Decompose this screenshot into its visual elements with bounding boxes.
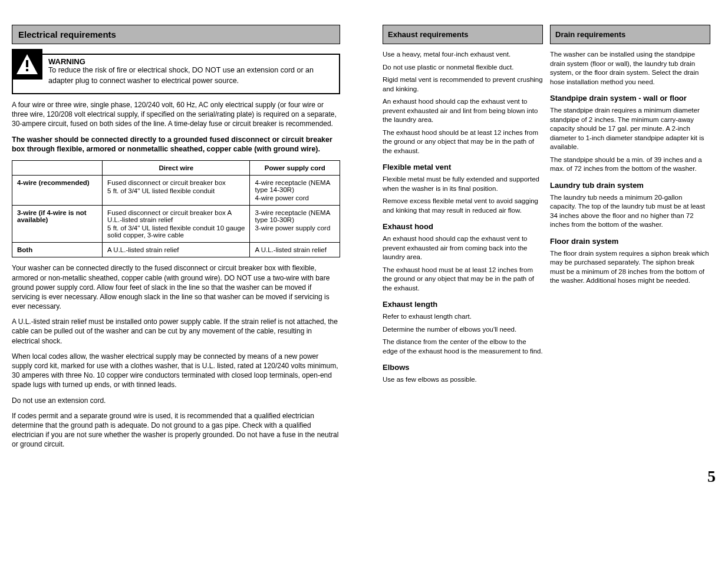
section-heading-electrical: Electrical requirements [12,25,340,44]
section-heading-drain: Drain requirements [550,25,710,44]
cell-both-direct: A U.L.-listed strain relief [103,243,250,257]
flexible-p1: Flexible metal must be fully extended an… [383,175,543,193]
table-header-row: Direct wire Power supply cord [12,161,340,176]
svg-rect-1 [26,60,28,67]
cell-4wire-label: 4-wire (recommended) [12,176,103,206]
middle-column: Exhaust requirements Use a heavy, metal … [383,25,543,455]
para-electrical-5: When local codes allow, the washer elect… [12,352,340,390]
th-blank [12,161,103,176]
table-row-both: Both A U.L.-listed strain relief A U.L.-… [12,243,340,257]
subhead-laundrytub: Laundry tub drain system [550,181,710,190]
svg-rect-2 [26,69,28,71]
hood-p1: An exhaust hood should cap the exhaust v… [383,234,543,262]
para-electrical-1: A four wire or three wire, single phase,… [12,100,340,129]
subhead-standpipe: Standpipe drain system - wall or floor [550,94,710,103]
right-column: Drain requirements The washer can be ins… [550,25,710,455]
length-p1: Refer to exhaust length chart. [383,312,543,322]
exhaust-p4: An exhaust hood should cap the exhaust v… [383,97,543,125]
warning-label: WARNING [48,57,85,67]
cell-both-label: Both [12,243,103,257]
length-p3: The distance from the center of the elbo… [383,338,543,356]
warning-icon [12,49,42,80]
exhaust-p3: Rigid metal vent is recommended to preve… [383,75,543,94]
cell-3wire-direct: Fused disconnect or circuit breaker box … [103,206,250,243]
standpipe-p1: The standpipe drain requires a minimum d… [550,106,710,152]
subhead-elbows: Elbows [383,363,543,372]
cell-3wire-label: 3-wire (if 4-wire is not available) [12,206,103,243]
length-p2: Determine the number of elbows you'll ne… [383,325,543,335]
standpipe-p2: The standpipe should be a min. of 39 inc… [550,156,710,174]
para-electrical-2-bold: The washer should be connected directly … [12,135,340,155]
th-direct-wire: Direct wire [103,161,250,176]
cell-3wire-cord: 3-wire receptacle (NEMA type 10-30R) 3-w… [250,206,340,243]
cell-4wire-direct: Fused disconnect or circuit breaker box … [103,176,250,206]
table-row-4wire: 4-wire (recommended) Fused disconnect or… [12,176,340,206]
laundrytub-p1: The laundry tub needs a minimum 20-gallo… [550,193,710,230]
para-electrical-4: A U.L.-listed strain relief must be inst… [12,317,340,346]
table-row-3wire: 3-wire (if 4-wire is not available) Fuse… [12,206,340,243]
para-electrical-7: If codes permit and a separate ground wi… [12,411,340,449]
exhaust-p1: Use a heavy, metal four-inch exhaust ven… [383,50,543,59]
drain-p1: The washer can be installed using the st… [550,50,710,87]
subhead-hood: Exhaust hood [383,222,543,231]
warning-text: To reduce the risk of fire or electrical… [48,66,314,85]
subhead-flexible: Flexible metal vent [383,163,543,171]
subhead-length: Exhaust length [383,300,543,309]
elbows-p1: Use as few elbows as possible. [383,375,543,385]
cell-4wire-cord: 4-wire receptacle (NEMA type 14-30R) 4-w… [250,176,340,206]
wiring-spec-table: Direct wire Power supply cord 4-wire (re… [12,160,340,257]
th-power-cord: Power supply cord [250,161,340,176]
subhead-floordrain: Floor drain system [550,237,710,246]
exhaust-p2: Do not use plastic or nonmetal flexible … [383,63,543,72]
page-number: 5 [0,467,728,504]
right-columns: Exhaust requirements Use a heavy, metal … [383,25,710,455]
para-electrical-3: Your washer can be connected directly to… [12,263,340,311]
flexible-p2: Remove excess flexible metal vent to avo… [383,197,543,215]
floordrain-p1: The floor drain system requires a siphon… [550,249,710,286]
exhaust-p5: The exhaust hood should be at least 12 i… [383,128,543,156]
cell-both-cord: A U.L.-listed strain relief [250,243,340,257]
section-heading-exhaust: Exhaust requirements [383,25,543,44]
left-column: Electrical requirements WARNING To reduc… [12,25,340,455]
para-electrical-6: Do not use an extension cord. [12,396,340,405]
warning-box: WARNING To reduce the risk of fire or el… [12,54,340,94]
hood-p2: The exhaust hood must be at least 12 inc… [383,266,543,293]
